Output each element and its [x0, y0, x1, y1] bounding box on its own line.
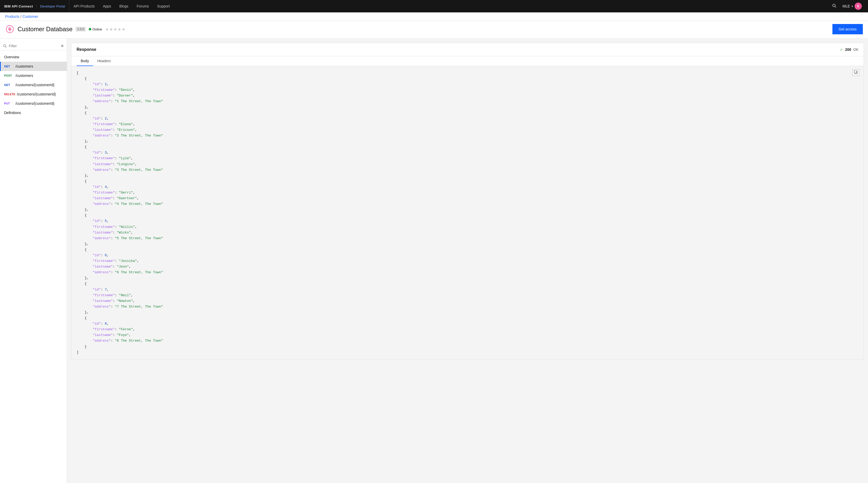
page-header: Customer Database 1.0.0 Online ★ ★ ★ ★ ★… [0, 21, 868, 39]
method-delete-badge: DELETE [4, 93, 15, 96]
response-header: Response ✓ 200 OK [71, 43, 864, 56]
status-text: OK [853, 48, 859, 52]
tab-body[interactable]: Body [76, 56, 93, 66]
method-get-badge-2: GET [4, 83, 14, 86]
path-post-customers: /customers [16, 73, 33, 78]
status-label: Online [92, 27, 102, 31]
nav-apps[interactable]: Apps [99, 0, 115, 12]
star-1[interactable]: ★ [105, 27, 109, 32]
nav-support[interactable]: Support [153, 0, 174, 12]
filter-icon[interactable]: ⚙ [61, 44, 64, 48]
sidebar: ⚙ Overview GET /customers POST /customer… [0, 39, 67, 483]
svg-point-3 [9, 28, 10, 30]
method-put-badge: PUT [4, 102, 14, 105]
nav-api-products[interactable]: API Products [69, 0, 99, 12]
star-5[interactable]: ★ [122, 27, 125, 32]
response-label: Response [76, 47, 96, 52]
path-put-customer: /customers/{customerId} [16, 101, 54, 105]
sidebar-item-get-customers[interactable]: GET /customers [0, 62, 67, 71]
main-layout: ⚙ Overview GET /customers POST /customer… [0, 39, 868, 483]
path-customers: /customers [16, 64, 33, 68]
path-customer-id: /customers/{customerId} [16, 83, 54, 87]
page-title: Customer Database [18, 26, 72, 33]
sidebar-search-icon [3, 44, 7, 48]
search-button[interactable] [830, 2, 838, 11]
sidebar-item-definitions[interactable]: Definitions [0, 108, 67, 117]
star-3[interactable]: ★ [114, 27, 117, 32]
sidebar-item-get-customer-id[interactable]: GET /customers/{customerId} [0, 80, 67, 90]
star-2[interactable]: ★ [109, 27, 113, 32]
search-icon [832, 4, 836, 8]
user-menu[interactable]: MLE ▼ E [840, 3, 864, 10]
nav-items: API Products Apps Blogs Forums Support [69, 0, 830, 12]
product-icon [5, 25, 14, 34]
overview-label: Overview [4, 55, 19, 59]
ibm-api-connect-logo: IBM API Connect [4, 4, 33, 8]
chevron-down-icon: ▼ [851, 5, 854, 8]
version-badge: 1.0.0 [75, 27, 86, 31]
get-access-button[interactable]: Get access [832, 24, 863, 34]
user-avatar: E [855, 3, 862, 10]
response-body: [ { "id": 1, "firstname": "Denis", "last… [71, 66, 864, 359]
breadcrumb: Products / Customer [0, 12, 868, 21]
tab-headers[interactable]: Headers [93, 56, 115, 66]
copy-button[interactable] [852, 69, 860, 76]
sidebar-item-delete-customer[interactable]: DELETE /customers/{customerId} [0, 90, 67, 99]
breadcrumb-products[interactable]: Products [5, 14, 19, 19]
sidebar-item-post-customers[interactable]: POST /customers [0, 71, 67, 80]
brand-area: IBM API Connect | Developer Portal [4, 0, 69, 12]
json-output: [ { "id": 1, "firstname": "Denis", "last… [76, 70, 859, 355]
method-get-badge: GET [4, 65, 14, 68]
nav-blogs[interactable]: Blogs [115, 0, 132, 12]
developer-portal-label[interactable]: Developer Portal [40, 4, 65, 8]
sidebar-item-overview[interactable]: Overview [0, 52, 67, 62]
response-container: Response ✓ 200 OK Body Headers [67, 39, 868, 364]
star-rating[interactable]: ★ ★ ★ ★ ★ [105, 27, 125, 32]
status-dot [89, 28, 91, 30]
sidebar-item-put-customer[interactable]: PUT /customers/{customerId} [0, 99, 67, 108]
breadcrumb-separator: / [20, 14, 22, 19]
breadcrumb-current[interactable]: Customer [23, 14, 38, 19]
content-area: Response ✓ 200 OK Body Headers [67, 39, 868, 483]
user-name-label: MLE [842, 4, 850, 8]
star-4[interactable]: ★ [118, 27, 121, 32]
page-header-left: Customer Database 1.0.0 Online ★ ★ ★ ★ ★ [5, 25, 125, 34]
path-delete-customer: /customers/{customerId} [17, 92, 56, 96]
status-indicator: Online [89, 27, 102, 31]
nav-forums[interactable]: Forums [132, 0, 153, 12]
response-tabs: Body Headers [71, 56, 864, 66]
response-panel: Response ✓ 200 OK Body Headers [71, 43, 864, 360]
svg-point-4 [4, 44, 6, 47]
svg-line-1 [835, 6, 836, 7]
svg-line-5 [6, 47, 7, 48]
svg-rect-7 [854, 71, 857, 73]
copy-icon [854, 70, 858, 74]
nav-right-area: MLE ▼ E [830, 2, 864, 11]
sidebar-filter-area: ⚙ [0, 42, 67, 50]
definitions-label: Definitions [4, 111, 21, 115]
sidebar-filter-input[interactable] [9, 44, 59, 48]
response-status: ✓ 200 OK [840, 48, 859, 52]
status-code: 200 [845, 48, 851, 52]
method-post-badge: POST [4, 74, 14, 77]
status-check-icon: ✓ [840, 48, 843, 52]
svg-point-0 [833, 4, 835, 7]
top-navigation: IBM API Connect | Developer Portal API P… [0, 0, 868, 12]
